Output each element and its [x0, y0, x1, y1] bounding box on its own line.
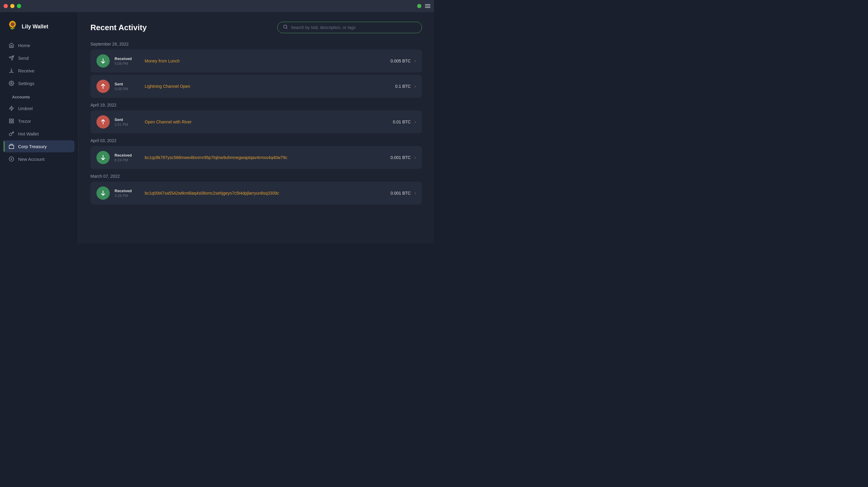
sidebar-item-hot-wallet[interactable]: Hot Wallet — [4, 127, 74, 140]
tx-info: Sent 5:08 PM Lightning Channel Open — [115, 82, 390, 91]
titlebar-right — [417, 4, 430, 8]
table-row[interactable]: Received 6:24 PM bc1qz8k787ysc568mwe48xn… — [90, 146, 422, 169]
key-icon — [8, 131, 14, 137]
tx-amount: 0.001 BTC — [391, 191, 411, 196]
new-account-label: New Account — [18, 156, 44, 162]
sidebar-logo: 🌻 Lily Wallet — [0, 18, 78, 39]
tx-type-block: Received 5:08 PM — [115, 56, 138, 66]
plus-icon — [8, 156, 14, 162]
titlebar — [0, 0, 434, 12]
home-icon — [8, 42, 14, 48]
tx-time: 5:08 PM — [115, 87, 138, 91]
svg-rect-6 — [9, 119, 11, 120]
date-label-mar07: March 07, 2022 — [90, 174, 422, 179]
tx-time: 6:24 PM — [115, 158, 138, 162]
sidebar: 🌻 Lily Wallet Home — [0, 12, 79, 244]
corp-treasury-wrapper: Corp Treasury — [4, 140, 74, 152]
sidebar-item-send[interactable]: Send — [4, 52, 74, 64]
chevron-right-icon: › — [414, 155, 416, 160]
bolt-icon — [8, 105, 14, 111]
table-row[interactable]: Received 4:28 PM bc1q00t47xa5542wtkm6laq… — [90, 182, 422, 205]
tx-time: 2:01 PM — [115, 122, 138, 127]
received-icon — [96, 151, 110, 164]
search-icon — [283, 24, 288, 30]
close-button[interactable] — [4, 4, 8, 8]
chevron-right-icon: › — [414, 84, 416, 89]
receive-icon — [8, 67, 14, 74]
tx-info: Received 6:24 PM bc1qz8k787ysc568mwe48xn… — [115, 153, 386, 162]
tx-right: 0.005 BTC › — [391, 58, 416, 64]
minimize-button[interactable] — [10, 4, 14, 8]
sent-icon — [96, 115, 110, 128]
trezor-label: Trezor — [18, 119, 31, 124]
date-label-sep26: September 26, 2022 — [90, 41, 422, 47]
sidebar-item-home[interactable]: Home — [4, 39, 74, 51]
received-icon — [96, 54, 110, 67]
sent-icon — [96, 80, 110, 93]
svg-point-17 — [284, 25, 287, 28]
page-header: Recent Activity — [90, 22, 422, 33]
tx-type: Received — [115, 153, 138, 157]
tx-description: Open Channel with River — [145, 119, 192, 124]
hot-wallet-label: Hot Wallet — [18, 131, 39, 136]
tx-type-block: Sent 5:08 PM — [115, 82, 138, 91]
sidebar-item-trezor[interactable]: Trezor — [4, 115, 74, 127]
table-row[interactable]: Sent 2:01 PM Open Channel with River 0.0… — [90, 110, 422, 133]
menu-icon[interactable] — [425, 4, 430, 8]
chevron-right-icon: › — [414, 191, 416, 196]
home-label: Home — [18, 43, 30, 48]
tx-description: bc1q00t47xa5542wtkm6laq4s08xmc2sehjgeys7… — [145, 191, 279, 196]
tx-right: 0.01 BTC › — [393, 119, 416, 124]
sidebar-item-receive[interactable]: Receive — [4, 64, 74, 77]
tx-amount: 0.005 BTC — [391, 59, 411, 63]
sidebar-item-settings[interactable]: Settings — [4, 77, 74, 89]
tx-amount: 0.001 BTC — [391, 155, 411, 160]
date-section-apr19: April 19, 2022 Sent 2:01 PM Open Channel… — [90, 103, 422, 133]
chevron-right-icon: › — [414, 58, 416, 64]
send-icon — [8, 55, 14, 61]
tx-type: Received — [115, 189, 138, 193]
tx-time: 5:08 PM — [115, 62, 138, 66]
search-bar[interactable] — [277, 22, 422, 33]
maximize-button[interactable] — [17, 4, 21, 8]
tx-type-block: Received 6:24 PM — [115, 153, 138, 162]
table-row[interactable]: Sent 5:08 PM Lightning Channel Open 0.1 … — [90, 75, 422, 98]
settings-icon — [8, 80, 14, 86]
svg-rect-10 — [9, 145, 14, 148]
tx-time: 4:28 PM — [115, 194, 138, 198]
date-section-mar07: March 07, 2022 Received 4:28 PM bc1q00t4… — [90, 174, 422, 205]
svg-rect-7 — [12, 119, 13, 120]
svg-rect-8 — [12, 122, 13, 123]
building-icon — [8, 143, 14, 149]
svg-marker-5 — [9, 106, 13, 111]
tx-info: Sent 2:01 PM Open Channel with River — [115, 117, 388, 127]
sidebar-item-corp-treasury[interactable]: Corp Treasury — [4, 140, 74, 152]
date-section-sep26: September 26, 2022 Received 5:08 PM Mone… — [90, 41, 422, 98]
table-row[interactable]: Received 5:08 PM Money from Lunch 0.005 … — [90, 50, 422, 73]
tx-amount: 0.01 BTC — [393, 119, 411, 124]
send-label: Send — [18, 56, 29, 61]
svg-line-18 — [286, 28, 287, 29]
tx-type: Sent — [115, 117, 138, 122]
tx-type-block: Sent 2:01 PM — [115, 117, 138, 127]
svg-point-4 — [11, 83, 12, 84]
umbrel-label: Umbrel — [18, 106, 33, 111]
tx-description: Lightning Channel Open — [145, 84, 190, 89]
tx-amount: 0.1 BTC — [395, 84, 410, 89]
app-body: 🌻 Lily Wallet Home — [0, 12, 434, 244]
tx-right: 0.001 BTC › — [391, 155, 416, 160]
accounts-section-title: Accounts — [4, 90, 74, 102]
corp-treasury-label: Corp Treasury — [18, 144, 47, 149]
active-indicator — [4, 141, 4, 152]
tx-description: Money from Lunch — [145, 59, 180, 63]
main-content: Recent Activity September 26, 2022 — [79, 12, 434, 244]
logo-icon: 🌻 — [7, 21, 18, 32]
tx-right: 0.001 BTC › — [391, 191, 416, 196]
date-section-apr03: April 03, 2022 Received 6:24 PM bc1qz8k7… — [90, 138, 422, 169]
search-input[interactable] — [291, 25, 416, 30]
sidebar-item-umbrel[interactable]: Umbrel — [4, 102, 74, 114]
sidebar-item-new-account[interactable]: New Account — [4, 153, 74, 165]
grid-icon — [8, 118, 14, 124]
date-label-apr03: April 03, 2022 — [90, 138, 422, 143]
svg-rect-9 — [9, 122, 11, 123]
